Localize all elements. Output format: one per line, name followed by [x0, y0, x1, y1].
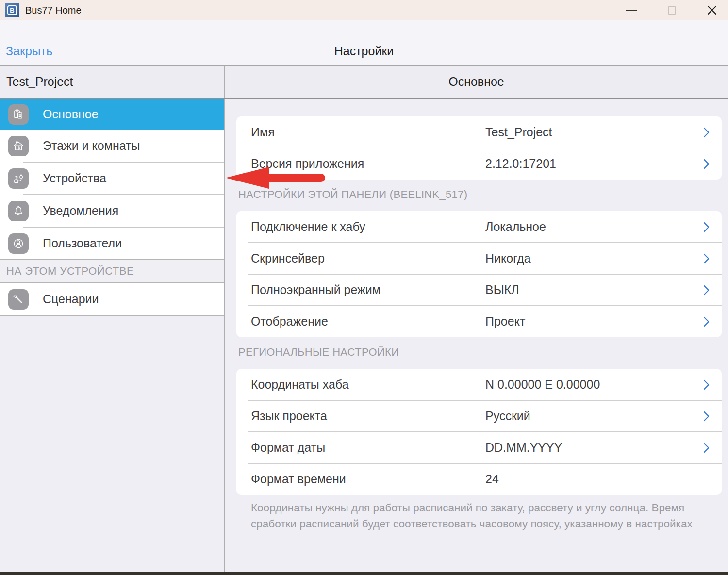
row-label: Имя — [251, 125, 275, 139]
section-label-panel-settings: НАСТРОЙКИ ЭТОЙ ПАНЕЛИ (BEELINK_517) — [238, 187, 722, 202]
row-value: Test_Project — [485, 125, 552, 139]
minimize-button[interactable] — [620, 0, 643, 20]
setting-row-screensaver[interactable]: Скринсейвер Никогда — [236, 243, 722, 274]
sidebar-item-floors[interactable]: Этажи и комнаты — [0, 130, 224, 162]
row-value: Русский — [485, 409, 530, 423]
settings-group-general: Имя Test_Project Версия приложения 2.12.… — [236, 116, 722, 180]
setting-row-app-version[interactable]: Версия приложения 2.12.0:17201 — [236, 148, 722, 180]
window-title: Bus77 Home — [25, 5, 82, 16]
row-value: 2.12.0:17201 — [485, 157, 556, 171]
window-controls — [620, 0, 728, 20]
row-label: Координаты хаба — [251, 378, 349, 392]
sidebar-item-label: Устройства — [43, 171, 106, 185]
settings-group-regional: Координаты хаба N 0.00000 E 0.00000 Язык… — [236, 369, 722, 495]
sidebar-section-on-this-device: НА ЭТОМ УСТРОЙСТВЕ — [0, 259, 224, 283]
minimize-icon — [626, 10, 637, 11]
row-label: Формат даты — [251, 441, 325, 455]
row-label: Скринсейвер — [251, 251, 325, 265]
project-name: Test_Project — [0, 66, 225, 98]
row-value: N 0.00000 E 0.00000 — [485, 378, 600, 392]
chevron-right-icon — [702, 284, 711, 296]
chevron-right-icon — [702, 126, 711, 139]
clipboard-icon — [8, 104, 29, 125]
sidebar-item-label: Пользователи — [43, 236, 122, 250]
sidebar-item-devices[interactable]: Устройства — [0, 163, 224, 194]
chevron-right-icon — [702, 442, 711, 454]
subheader-band: Test_Project Основное — [0, 66, 728, 99]
users-icon — [8, 233, 29, 254]
row-value: Проект — [485, 314, 525, 329]
maximize-icon — [668, 6, 676, 15]
row-value: Локальное — [485, 220, 546, 234]
page-title: Настройки — [0, 44, 728, 58]
chevron-right-icon — [702, 221, 711, 233]
app-logo-icon: B — [5, 3, 19, 17]
row-value: ВЫКЛ — [485, 283, 519, 297]
window-titlebar: B Bus77 Home — [0, 0, 728, 20]
settings-group-panel: Подключение к хабу Локальное Скринсейвер… — [236, 211, 722, 337]
sidebar-item-scenarios[interactable]: Сценарии — [0, 283, 224, 315]
row-value: 24 — [485, 472, 499, 486]
bell-icon — [8, 201, 29, 221]
maximize-button[interactable] — [661, 0, 683, 20]
close-button[interactable] — [701, 0, 723, 20]
row-label: Формат времени — [251, 472, 346, 486]
sidebar-item-label: Сценарии — [43, 292, 99, 306]
svg-text:B: B — [10, 7, 14, 14]
setting-row-time-format[interactable]: Формат времени 24 — [236, 463, 722, 495]
settings-header: Закрыть Настройки — [0, 20, 728, 66]
wand-icon — [8, 289, 29, 310]
row-label: Версия приложения — [251, 157, 364, 171]
row-label: Полноэкранный режим — [251, 283, 381, 297]
setting-row-project-language[interactable]: Язык проекта Русский — [236, 400, 722, 432]
chevron-right-icon — [702, 158, 711, 170]
sidebar-section-label: НА ЭТОМ УСТРОЙСТВЕ — [6, 265, 134, 278]
separator — [0, 315, 224, 316]
chevron-right-icon — [702, 410, 711, 423]
row-label: Язык проекта — [251, 409, 327, 423]
close-icon — [707, 5, 717, 16]
coordinates-footnote: Координаты нужны для работы расписаний п… — [251, 500, 707, 532]
chevron-right-icon — [702, 252, 711, 265]
sidebar-item-general[interactable]: Основное — [0, 99, 224, 130]
row-label: Подключение к хабу — [251, 220, 365, 234]
setting-row-date-format[interactable]: Формат даты DD.MM.YYYY — [236, 432, 722, 463]
setting-row-hub-connection[interactable]: Подключение к хабу Локальное — [236, 211, 722, 243]
chevron-right-icon — [702, 315, 711, 328]
section-label-regional-settings: РЕГИОНАЛЬНЫЕ НАСТРОЙКИ — [238, 345, 722, 360]
row-value: DD.MM.YYYY — [485, 441, 562, 455]
settings-sidebar: Основное Этажи и комнаты — [0, 99, 225, 573]
main-section-title: Основное — [225, 66, 728, 98]
devices-icon — [8, 168, 29, 189]
sidebar-item-notifications[interactable]: Уведомления — [0, 195, 224, 227]
row-value: Никогда — [485, 251, 531, 265]
house-icon — [8, 136, 29, 156]
sidebar-item-label: Этажи и комнаты — [43, 139, 140, 153]
settings-main-panel: Имя Test_Project Версия приложения 2.12.… — [225, 99, 728, 573]
chevron-right-icon — [702, 378, 711, 391]
sidebar-item-users[interactable]: Пользователи — [0, 228, 224, 259]
screen-bottom-edge — [0, 572, 728, 575]
setting-row-hub-coordinates[interactable]: Координаты хаба N 0.00000 E 0.00000 — [236, 369, 722, 400]
setting-row-display[interactable]: Отображение Проект — [236, 306, 722, 337]
setting-row-name[interactable]: Имя Test_Project — [236, 116, 722, 148]
row-label: Отображение — [251, 314, 328, 329]
sidebar-item-label: Уведомления — [43, 204, 118, 218]
sidebar-item-label: Основное — [43, 107, 99, 121]
setting-row-fullscreen[interactable]: Полноэкранный режим ВЫКЛ — [236, 274, 722, 306]
